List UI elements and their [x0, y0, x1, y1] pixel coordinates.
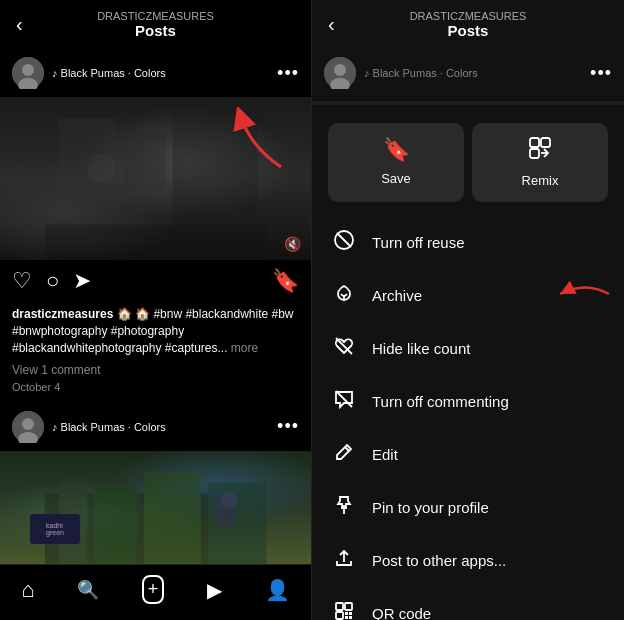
bookmark-icon[interactable]: 🔖: [272, 268, 299, 294]
nav-profile-icon[interactable]: 👤: [265, 578, 290, 602]
post-to-other-apps-label: Post to other apps...: [372, 552, 506, 569]
right-header-title: DRASTICZMEASURES Posts: [410, 10, 527, 39]
sign-decoration: kadhigreen: [30, 514, 80, 544]
turn-off-commenting-item[interactable]: Turn off commenting: [312, 375, 624, 428]
svg-rect-14: [144, 472, 201, 564]
nav-reels-icon[interactable]: ▶: [207, 578, 222, 602]
post1-caption-user: drasticzmeasures: [12, 307, 113, 321]
archive-icon: [332, 282, 356, 309]
save-icon: 🔖: [383, 137, 410, 163]
post1-avatar: [12, 57, 44, 89]
left-username: DRASTICZMEASURES: [97, 10, 214, 22]
remix-button[interactable]: Remix: [472, 123, 608, 202]
svg-rect-6: [45, 225, 266, 260]
hide-like-count-label: Hide like count: [372, 340, 470, 357]
edit-icon: [332, 441, 356, 468]
archive-item[interactable]: Archive: [312, 269, 624, 322]
turn-off-reuse-label: Turn off reuse: [372, 234, 465, 251]
svg-rect-36: [345, 616, 348, 619]
svg-rect-35: [349, 612, 352, 615]
post2-music: ♪ Black Pumas · Colors: [52, 421, 269, 433]
right-username: DRASTICZMEASURES: [410, 10, 527, 22]
nav-add-icon[interactable]: +: [142, 575, 165, 604]
qr-code-item[interactable]: QR code: [312, 587, 624, 620]
right-panel: ‹ DRASTICZMEASURES Posts ♪ Black Pumas ·…: [312, 0, 624, 620]
post1-actions: ♡ ○ ➤ 🔖: [0, 260, 311, 302]
post1-caption: drasticzmeasures 🏠 🏠 #bnw #blackandwhite…: [0, 302, 311, 360]
menu-top-actions: 🔖 Save Remix: [312, 109, 624, 216]
svg-rect-32: [345, 603, 352, 610]
archive-arrow: [555, 279, 610, 313]
svg-rect-13: [95, 486, 138, 564]
left-back-button[interactable]: ‹: [16, 13, 23, 36]
svg-rect-23: [530, 149, 539, 158]
post1-three-dots[interactable]: •••: [277, 63, 299, 84]
post1-header: ♪ Black Pumas · Colors •••: [0, 49, 311, 97]
save-label: Save: [381, 171, 411, 186]
right-back-button[interactable]: ‹: [328, 13, 335, 36]
right-avatar: [324, 57, 356, 89]
post2-image: kadhigreen: [0, 451, 311, 564]
remix-label: Remix: [522, 173, 559, 188]
svg-rect-34: [345, 612, 348, 615]
right-post-music: ♪ Black Pumas · Colors: [364, 67, 582, 79]
pin-to-profile-icon: [332, 494, 356, 521]
like-icon[interactable]: ♡: [12, 268, 32, 294]
edit-label: Edit: [372, 446, 398, 463]
save-button[interactable]: 🔖 Save: [328, 123, 464, 202]
post1-image: 🔇: [0, 97, 311, 260]
menu-divider-top: [312, 101, 624, 105]
qr-code-icon: [332, 600, 356, 620]
pin-to-profile-item[interactable]: Pin to your profile: [312, 481, 624, 534]
svg-line-27: [336, 391, 352, 407]
turn-off-commenting-label: Turn off commenting: [372, 393, 509, 410]
svg-line-25: [337, 233, 351, 247]
svg-point-1: [22, 64, 34, 76]
post1-date: October 4: [0, 379, 311, 399]
right-post-meta: ♪ Black Pumas · Colors: [364, 67, 582, 79]
left-page-title: Posts: [97, 22, 214, 39]
edit-item[interactable]: Edit: [312, 428, 624, 481]
share-icon[interactable]: ➤: [73, 268, 91, 294]
turn-off-commenting-icon: [332, 388, 356, 415]
right-three-dots[interactable]: •••: [590, 63, 612, 84]
menu-list: Turn off reuse Archive: [312, 216, 624, 620]
bottom-nav: ⌂ 🔍 + ▶ 👤: [0, 564, 311, 620]
qr-code-label: QR code: [372, 605, 431, 620]
svg-rect-31: [336, 603, 343, 610]
hide-like-count-icon: [332, 335, 356, 362]
hide-like-count-item[interactable]: Hide like count: [312, 322, 624, 375]
remix-icon: [529, 137, 551, 165]
video-mute-icon: 🔇: [284, 236, 301, 252]
nav-search-icon[interactable]: 🔍: [77, 579, 99, 601]
right-header: ‹ DRASTICZMEASURES Posts: [312, 0, 624, 49]
left-panel: ‹ DRASTICZMEASURES Posts ♪ Black Pumas ·…: [0, 0, 312, 620]
svg-point-19: [334, 64, 346, 76]
post2-three-dots[interactable]: •••: [277, 416, 299, 437]
svg-rect-4: [123, 132, 166, 189]
left-header-title: DRASTICZMEASURES Posts: [97, 10, 214, 39]
svg-rect-37: [349, 616, 352, 619]
post2-meta: ♪ Black Pumas · Colors: [52, 421, 269, 433]
right-page-title: Posts: [410, 22, 527, 39]
svg-rect-21: [530, 138, 539, 147]
post1-music: ♪ Black Pumas · Colors: [52, 67, 269, 79]
archive-label: Archive: [372, 287, 422, 304]
post2-header: ♪ Black Pumas · Colors •••: [0, 403, 311, 451]
svg-rect-22: [541, 138, 550, 147]
post-to-other-apps-icon: [332, 547, 356, 574]
pin-to-profile-label: Pin to your profile: [372, 499, 489, 516]
right-post-preview: ♪ Black Pumas · Colors •••: [312, 49, 624, 97]
svg-point-9: [22, 418, 34, 430]
turn-off-reuse-item[interactable]: Turn off reuse: [312, 216, 624, 269]
comment-icon[interactable]: ○: [46, 268, 59, 294]
svg-rect-33: [336, 612, 343, 619]
post1-more[interactable]: more: [231, 341, 258, 355]
left-header: ‹ DRASTICZMEASURES Posts: [0, 0, 311, 49]
post2-avatar: [12, 411, 44, 443]
post-to-other-apps-item[interactable]: Post to other apps...: [312, 534, 624, 587]
post1-view-comment[interactable]: View 1 comment: [0, 361, 311, 379]
nav-home-icon[interactable]: ⌂: [21, 577, 34, 603]
arrow-overlay: [231, 107, 291, 177]
post1-meta: ♪ Black Pumas · Colors: [52, 67, 269, 79]
